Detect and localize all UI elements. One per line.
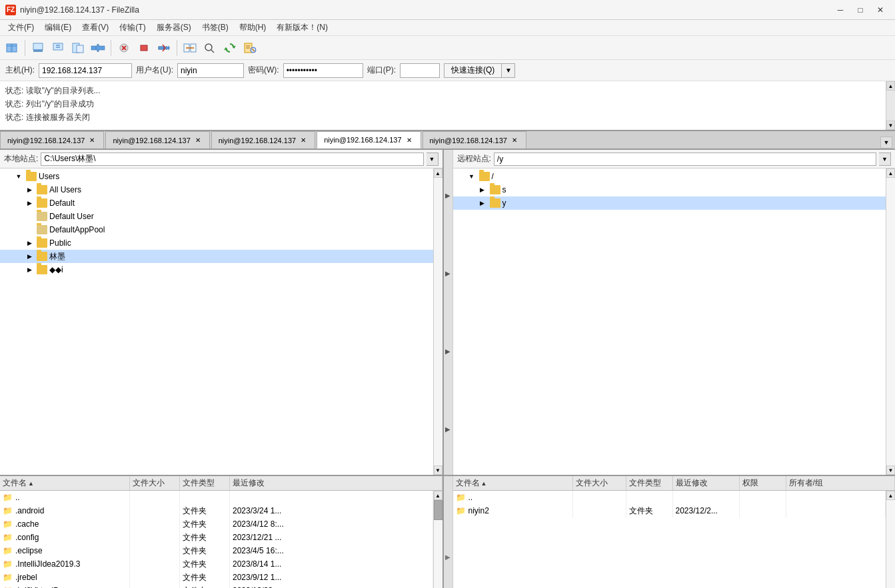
quick-connect-button[interactable]: 快速连接(Q) <box>444 63 502 78</box>
local-col-name[interactable]: 文件名 ▲ <box>0 476 130 490</box>
expand-y[interactable]: ▶ <box>477 198 488 208</box>
local-file-row-7[interactable]: 📁 .Ld2VirtualBox 文件夹 2023/12/22 ... <box>0 584 433 588</box>
remote-col-owner[interactable]: 所有者/组 <box>786 476 896 490</box>
tab-close-2[interactable]: ✕ <box>299 136 308 145</box>
local-file-row-4[interactable]: 📁 .eclipse 文件夹 2023/4/5 16:... <box>0 544 433 557</box>
remote-col-name[interactable]: 文件名 ▲ <box>453 476 573 490</box>
tab-4[interactable]: niyin@192.168.124.137 ✕ <box>423 131 526 148</box>
tb-btn-3[interactable] <box>69 39 87 57</box>
tab-2[interactable]: niyin@192.168.124.137 ✕ <box>211 131 315 148</box>
tabs-dropdown[interactable]: ▼ <box>880 137 892 148</box>
local-file-scrollbar-thumb[interactable] <box>434 500 443 520</box>
remote-tree-scroll-up[interactable]: ▲ <box>886 168 895 178</box>
remote-col-perms[interactable]: 权限 <box>740 476 786 490</box>
tab-close-3[interactable]: ✕ <box>405 135 414 145</box>
tab-3[interactable]: niyin@192.168.124.137 ✕ <box>317 131 421 148</box>
nav-arrow-3[interactable]: ▶ <box>445 348 450 355</box>
tb-disconnect[interactable] <box>155 39 173 57</box>
menu-transfer[interactable]: 传输(T) <box>114 21 151 35</box>
tree-item-default[interactable]: ▶ Default <box>0 196 433 210</box>
nav-arrow-file[interactable]: ▶ <box>445 553 450 561</box>
log-scroll-up[interactable]: ▲ <box>886 81 895 91</box>
tree-item-special[interactable]: ▶ ◆◆i <box>0 263 433 276</box>
local-location-input[interactable] <box>41 152 423 166</box>
minimize-button[interactable]: ─ <box>831 3 850 17</box>
nav-arrow-4[interactable]: ▶ <box>445 426 450 433</box>
nav-arrow-1[interactable]: ▶ <box>445 192 450 199</box>
port-input[interactable] <box>400 63 440 78</box>
tb-btn-1[interactable] <box>29 39 47 57</box>
tb-file-search[interactable] <box>241 39 259 57</box>
tree-item-public[interactable]: ▶ Public <box>0 236 433 250</box>
remote-tree[interactable]: ▼ / ▶ s ▶ y <box>453 168 886 475</box>
menu-help[interactable]: 帮助(H) <box>234 21 272 35</box>
local-file-row-2[interactable]: 📁 .cache 文件夹 2023/4/12 8:... <box>0 517 433 531</box>
tree-item-defaultuser[interactable]: ▶ Default User <box>0 210 433 223</box>
host-input[interactable] <box>39 63 132 78</box>
remote-col-type[interactable]: 文件类型 <box>626 476 673 490</box>
tb-btn-2[interactable] <box>49 39 67 57</box>
menu-view[interactable]: 查看(V) <box>77 21 114 35</box>
menu-update[interactable]: 有新版本！(N) <box>271 21 333 35</box>
tb-stop[interactable] <box>135 39 153 57</box>
tree-item-users[interactable]: ▼ Users <box>0 170 433 183</box>
tab-1[interactable]: niyin@192.168.124.137 ✕ <box>105 131 209 148</box>
nav-arrow-2[interactable]: ▶ <box>445 270 450 277</box>
maximize-button[interactable]: □ <box>851 3 870 17</box>
user-input[interactable] <box>177 63 244 78</box>
local-file-row-0[interactable]: 📁 .. <box>0 491 433 504</box>
menu-file[interactable]: 文件(F) <box>3 21 39 35</box>
remote-location-dropdown[interactable]: ▼ <box>879 152 891 166</box>
local-col-modified[interactable]: 最近修改 <box>230 476 443 490</box>
local-col-type[interactable]: 文件类型 <box>180 476 230 490</box>
remote-file-list[interactable]: 📁 .. 📁 niyin2 文件夹 <box>453 491 886 588</box>
local-file-row-1[interactable]: 📁 .android 文件夹 2023/3/24 1... <box>0 504 433 517</box>
close-button[interactable]: ✕ <box>871 3 890 17</box>
remote-tree-scroll-down[interactable]: ▼ <box>886 465 895 475</box>
tree-item-root[interactable]: ▼ / <box>453 170 886 183</box>
local-file-row-3[interactable]: 📁 .config 文件夹 2023/12/21 ... <box>0 531 433 544</box>
expand-special[interactable]: ▶ <box>24 264 35 275</box>
pass-input[interactable] <box>283 63 363 78</box>
tb-refresh[interactable] <box>221 39 239 57</box>
tab-close-4[interactable]: ✕ <box>510 136 519 145</box>
quick-connect-dropdown[interactable]: ▼ <box>502 63 515 78</box>
tab-close-0[interactable]: ✕ <box>87 136 97 145</box>
tb-sync-browse[interactable] <box>181 39 199 57</box>
tree-item-allusers[interactable]: ▶ All Users <box>0 183 433 196</box>
local-location-dropdown[interactable]: ▼ <box>427 152 439 166</box>
remote-file-row-0[interactable]: 📁 .. <box>453 491 886 504</box>
local-tree-scroll-up[interactable]: ▲ <box>434 168 443 178</box>
tab-0[interactable]: niyin@192.168.124.137 ✕ <box>0 131 104 148</box>
remote-col-size[interactable]: 文件大小 <box>573 476 626 490</box>
local-tree-scroll-down[interactable]: ▼ <box>434 465 443 475</box>
tb-search[interactable] <box>201 39 219 57</box>
local-file-list[interactable]: 📁 .. 📁 .android 文件夹 2023/3/24 1... <box>0 491 433 588</box>
menu-server[interactable]: 服务器(S) <box>151 21 197 35</box>
tree-item-s[interactable]: ▶ s <box>453 183 886 196</box>
tb-cancel-transfer[interactable] <box>115 39 133 57</box>
remote-file-scroll-up[interactable]: ▲ <box>886 491 895 500</box>
tb-transfer-arrow[interactable] <box>89 39 107 57</box>
expand-default[interactable]: ▶ <box>24 198 35 208</box>
menu-bookmarks[interactable]: 书签(B) <box>197 21 234 35</box>
tree-item-linmo[interactable]: ▶ 林墨 <box>0 250 433 263</box>
remote-location-input[interactable] <box>494 152 876 166</box>
local-tree[interactable]: ▼ Users ▶ All Users ▶ Default <box>0 168 433 475</box>
expand-s[interactable]: ▶ <box>477 184 488 195</box>
expand-linmo[interactable]: ▶ <box>24 251 35 262</box>
expand-users[interactable]: ▼ <box>13 171 24 182</box>
menu-edit[interactable]: 编辑(E) <box>39 21 77 35</box>
local-file-row-6[interactable]: 📁 .jrebel 文件夹 2023/9/12 1... <box>0 571 433 584</box>
local-file-row-5[interactable]: 📁 .IntelliJIdea2019.3 文件夹 2023/8/14 1... <box>0 557 433 571</box>
expand-allusers[interactable]: ▶ <box>24 184 35 195</box>
expand-root[interactable]: ▼ <box>466 171 477 182</box>
tab-close-1[interactable]: ✕ <box>193 136 203 145</box>
local-file-scroll-up[interactable]: ▲ <box>434 491 443 500</box>
tree-item-defaultapppool[interactable]: ▶ DefaultAppPool <box>0 223 433 236</box>
remote-file-row-1[interactable]: 📁 niyin2 文件夹 2023/12/2... <box>453 504 886 517</box>
expand-public[interactable]: ▶ <box>24 238 35 248</box>
log-scroll-down[interactable]: ▼ <box>886 121 895 130</box>
local-col-size[interactable]: 文件大小 <box>130 476 180 490</box>
remote-col-modified[interactable]: 最近修改 <box>673 476 740 490</box>
